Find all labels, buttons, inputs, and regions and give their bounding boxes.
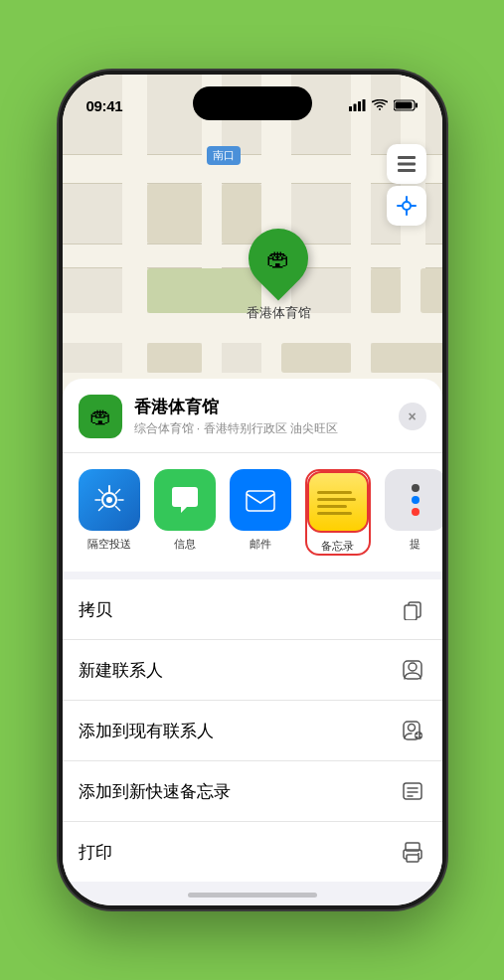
more-icon: [385, 469, 442, 531]
battery-icon: [394, 99, 419, 111]
phone-shell: 09:41: [59, 71, 446, 909]
phone-inner: 09:41: [63, 75, 442, 905]
venue-subtitle: 综合体育馆 · 香港特别行政区 油尖旺区: [134, 420, 399, 437]
venue-icon: 🏟: [79, 395, 122, 438]
action-copy[interactable]: 拷贝: [63, 579, 442, 640]
print-icon: [399, 838, 426, 866]
wifi-icon: [372, 99, 388, 111]
svg-rect-5: [416, 103, 418, 108]
messages-icon: [154, 469, 216, 531]
svg-point-34: [418, 853, 420, 855]
share-item-airdrop[interactable]: 隔空投送: [79, 469, 140, 556]
map-controls: [387, 144, 426, 226]
share-item-messages[interactable]: 信息: [154, 469, 216, 556]
status-icons: [349, 99, 419, 111]
signal-icon: [349, 99, 366, 111]
share-item-notes[interactable]: 备忘录: [305, 469, 371, 556]
action-print[interactable]: 打印: [63, 822, 442, 882]
action-new-contact-label: 新建联系人: [79, 659, 163, 682]
share-item-mail[interactable]: 邮件: [230, 469, 291, 556]
svg-rect-8: [398, 163, 416, 166]
status-time: 09:41: [86, 97, 123, 114]
share-row: 隔空投送 信息: [63, 453, 442, 579]
action-add-quick-note-label: 添加到新快速备忘录: [79, 780, 231, 803]
messages-label: 信息: [174, 537, 196, 552]
share-item-more[interactable]: 提: [385, 469, 442, 556]
dynamic-island: [193, 86, 312, 120]
copy-icon: [399, 595, 426, 623]
map-pin: 🏟 香港体育馆: [247, 229, 311, 322]
svg-rect-3: [362, 99, 365, 111]
layers-button[interactable]: [387, 144, 426, 184]
svg-rect-2: [358, 101, 361, 111]
action-add-quick-note[interactable]: 添加到新快速备忘录: [63, 761, 442, 822]
location-button[interactable]: [387, 186, 426, 226]
add-quick-note-icon: [399, 777, 426, 805]
bottom-sheet: 🏟 香港体育馆 综合体育馆 · 香港特别行政区 油尖旺区 ×: [63, 379, 442, 905]
svg-point-20: [409, 663, 417, 671]
action-add-existing-contact[interactable]: 添加到现有联系人: [63, 701, 442, 761]
airdrop-icon: [79, 469, 140, 531]
notes-label: 备忘录: [321, 539, 354, 554]
svg-rect-1: [353, 104, 356, 112]
airdrop-label: 隔空投送: [87, 537, 131, 552]
svg-point-22: [408, 725, 415, 732]
add-existing-contact-icon: [399, 717, 426, 744]
map-label: 南口: [207, 146, 241, 165]
svg-rect-6: [395, 102, 412, 109]
svg-point-10: [403, 202, 411, 210]
svg-rect-7: [398, 156, 416, 159]
home-indicator: [188, 893, 317, 898]
close-button[interactable]: ×: [399, 403, 426, 430]
new-contact-icon: [399, 656, 426, 684]
mail-label: 邮件: [250, 537, 271, 552]
svg-rect-33: [407, 855, 419, 862]
action-copy-label: 拷贝: [79, 598, 112, 621]
action-list: 拷贝 新建联系人: [63, 579, 442, 882]
pin-label: 香港体育馆: [247, 304, 311, 322]
action-print-label: 打印: [79, 841, 112, 864]
venue-info: 香港体育馆 综合体育馆 · 香港特别行政区 油尖旺区: [134, 396, 399, 437]
mail-icon: [230, 469, 291, 531]
action-add-existing-label: 添加到现有联系人: [79, 720, 214, 742]
venue-card: 🏟 香港体育馆 综合体育馆 · 香港特别行政区 油尖旺区 ×: [63, 379, 442, 453]
notes-icon: [307, 471, 369, 533]
action-new-contact[interactable]: 新建联系人: [63, 640, 442, 701]
pin-body: 🏟 香港体育馆: [247, 229, 311, 322]
svg-point-16: [106, 497, 112, 503]
pin-icon: 🏟: [266, 245, 290, 272]
svg-rect-17: [247, 491, 274, 511]
more-label: 提: [410, 537, 420, 552]
venue-name: 香港体育馆: [134, 396, 399, 418]
close-icon: ×: [408, 408, 416, 424]
svg-rect-19: [405, 605, 417, 620]
pin-circle: 🏟: [237, 217, 321, 301]
svg-rect-0: [349, 106, 352, 111]
svg-rect-9: [398, 169, 416, 172]
